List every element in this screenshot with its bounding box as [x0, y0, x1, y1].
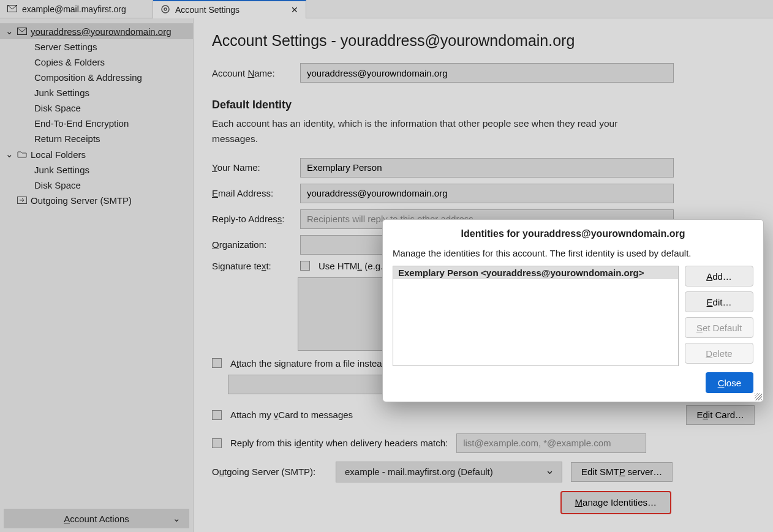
- folder-icon: [17, 149, 27, 160]
- dialog-desc: Manage the identities for this account. …: [393, 248, 753, 258]
- sidebar-local-folders-label: Local Folders: [31, 149, 86, 160]
- sidebar-account-root[interactable]: ⌄ youraddress@yourowndomain.org: [0, 23, 193, 39]
- account-name-label: Account Name:: [212, 68, 292, 78]
- resize-handle-icon[interactable]: [755, 393, 762, 400]
- sidebar-local-folders[interactable]: ⌄ Local Folders: [0, 146, 193, 162]
- tab-settings-label: Account Settings: [175, 5, 239, 15]
- signature-text-label: Signature text:: [212, 261, 292, 271]
- tab-mail[interactable]: example@mail.mayfirst.org: [0, 0, 153, 18]
- outgoing-icon: [17, 195, 27, 206]
- your-name-label: Your Name:: [212, 162, 292, 173]
- account-actions-label: ccount Actions: [70, 514, 129, 524]
- dialog-title: Identities for youraddress@yourowndomain…: [393, 228, 753, 239]
- sidebar-smtp[interactable]: Outgoing Server (SMTP): [0, 193, 193, 208]
- smtp-label: Outgoing Server (SMTP):: [212, 466, 327, 477]
- page-title: Account Settings - youraddress@yourowndo…: [212, 32, 755, 50]
- settings-icon: [160, 4, 170, 16]
- use-html-checkbox[interactable]: [300, 261, 310, 271]
- mail-account-icon: [17, 26, 27, 37]
- sidebar-item-server-settings[interactable]: Server Settings: [0, 39, 193, 54]
- smtp-select[interactable]: example - mail.mayfirst.org (Default): [336, 462, 562, 482]
- sidebar-item-e2e[interactable]: End-To-End Encryption: [0, 116, 193, 131]
- email-input[interactable]: [300, 184, 674, 203]
- sidebar-item-disk-space[interactable]: Disk Space: [0, 100, 193, 116]
- identity-desc: Each account has an identity, which is t…: [212, 116, 665, 147]
- account-actions-button[interactable]: Account Actions ⌄: [4, 509, 189, 528]
- tab-bar: example@mail.mayfirst.org Account Settin…: [0, 0, 773, 18]
- chevron-down-icon[interactable]: ⌄: [5, 26, 13, 37]
- sidebar-item-junk[interactable]: Junk Settings: [0, 85, 193, 100]
- add-identity-button[interactable]: Add…: [685, 266, 753, 287]
- attach-vcard-checkbox[interactable]: [212, 410, 222, 420]
- manage-identities-button[interactable]: Manage Identities…: [560, 491, 671, 514]
- your-name-input[interactable]: [300, 158, 674, 178]
- edit-identity-button[interactable]: Edit…: [685, 291, 753, 312]
- close-icon[interactable]: ✕: [291, 5, 298, 15]
- sidebar-item-copies-folders[interactable]: Copies & Folders: [0, 54, 193, 70]
- tab-settings[interactable]: Account Settings ✕: [153, 0, 306, 18]
- sidebar-account-label: youraddress@yourowndomain.org: [31, 26, 172, 37]
- identity-header: Default Identity: [212, 99, 755, 111]
- identities-list[interactable]: Exemplary Person <youraddress@yourowndom…: [393, 266, 679, 366]
- email-label: Email Address:: [212, 188, 292, 198]
- edit-card-button[interactable]: Edit Card…: [686, 405, 755, 425]
- organization-label: Organization:: [212, 239, 292, 250]
- sidebar-item-composition[interactable]: Composition & Addressing: [0, 70, 193, 85]
- reply-identity-label: Reply from this identity when delivery h…: [230, 438, 448, 448]
- set-default-button: Set Default: [685, 317, 753, 338]
- attach-vcard-label: Attach my vCard to messages: [230, 410, 353, 420]
- svg-point-1: [162, 6, 169, 13]
- edit-smtp-button[interactable]: Edit SMTP server…: [571, 462, 673, 482]
- reply-identity-input[interactable]: [456, 433, 646, 453]
- delete-identity-button: Delete: [685, 343, 753, 364]
- sidebar-item-return-receipts[interactable]: Return Receipts: [0, 131, 193, 146]
- tab-mail-label: example@mail.mayfirst.org: [22, 4, 126, 14]
- sidebar-local-disk[interactable]: Disk Space: [0, 178, 193, 193]
- mail-icon: [7, 4, 17, 14]
- identity-list-item[interactable]: Exemplary Person <youraddress@yourowndom…: [393, 266, 678, 279]
- identities-dialog: Identities for youraddress@yourowndomain…: [382, 219, 764, 402]
- sidebar-local-junk[interactable]: Junk Settings: [0, 162, 193, 178]
- chevron-down-icon[interactable]: ⌄: [5, 149, 13, 160]
- account-name-input[interactable]: [300, 63, 674, 83]
- chevron-down-icon: ⌄: [173, 513, 181, 524]
- reply-to-label: Reply-to Address:: [212, 214, 292, 224]
- sidebar-smtp-label: Outgoing Server (SMTP): [31, 195, 132, 206]
- reply-identity-checkbox[interactable]: [212, 438, 222, 448]
- svg-point-2: [164, 8, 167, 10]
- close-dialog-button[interactable]: Close: [706, 372, 753, 393]
- attach-signature-checkbox[interactable]: [212, 358, 222, 368]
- account-sidebar: ⌄ youraddress@yourowndomain.org Server S…: [0, 18, 194, 532]
